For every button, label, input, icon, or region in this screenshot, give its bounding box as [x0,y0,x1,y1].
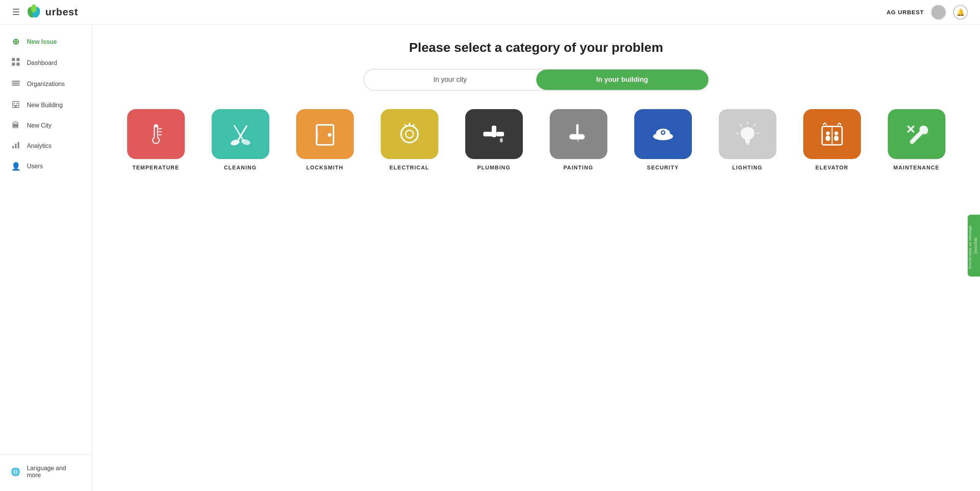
elevator-icon-box [803,109,861,159]
electrical-label: ELECTRICAL [390,164,429,171]
logo-text: urbest [45,6,78,18]
sidebar-item-analytics[interactable]: Analytics [0,135,92,156]
sidebar-item-language[interactable]: 🌐 Language and more [0,459,92,484]
svg-rect-38 [492,126,496,137]
svg-point-57 [826,131,830,135]
svg-rect-4 [17,58,20,61]
header: ☰ urbest AG URBEST 🔔 [0,0,980,25]
dashboard-icon [11,58,21,68]
svg-point-47 [662,131,664,134]
category-electrical[interactable]: ELECTRICAL [375,109,444,171]
svg-rect-16 [12,146,14,148]
category-elevator[interactable]: ELEVATOR [798,109,867,171]
svg-rect-43 [577,136,579,142]
sidebar-item-users[interactable]: 👤 Users [0,156,92,176]
maintenance-label: MAINTENANCE [894,164,940,171]
sidebar-label-new-city: New City [27,122,51,129]
sidebar: ⊕ New Issue Dashboard Organizations New … [0,25,92,491]
avatar [931,5,946,20]
jivochat-message-label: Envoie-nous un message [968,226,972,269]
organizations-icon [11,79,21,89]
sidebar-item-new-issue[interactable]: ⊕ New Issue [0,32,92,52]
sidebar-label-new-issue: New Issue [27,38,57,45]
security-icon-box [634,109,692,159]
svg-point-2 [31,5,36,13]
category-temperature[interactable]: TEMPERATURE [121,109,191,171]
sidebar-item-new-city[interactable]: 🏛 New City [0,116,92,135]
elevator-label: ELEVATOR [816,164,849,171]
category-grid: TEMPERATURE CLEANING [115,109,957,171]
temperature-icon-box [127,109,185,159]
city-icon: 🏛 [11,121,21,130]
page-title: Please select a category of your problem [115,40,957,55]
toggle-building[interactable]: In your building [536,70,708,90]
category-painting[interactable]: PAINTING [544,109,613,171]
jivochat-tab[interactable]: jivochat Envoie-nous un message › [968,215,980,277]
svg-rect-42 [569,134,585,139]
cleaning-icon-box [212,109,269,159]
hamburger-icon[interactable]: ☰ [12,7,20,17]
bell-icon[interactable]: 🔔 [953,5,968,20]
svg-rect-6 [17,63,20,66]
sidebar-label-language: Language and more [27,465,81,479]
category-lighting[interactable]: LIGHTING [713,109,782,171]
svg-rect-13 [14,105,15,106]
category-maintenance[interactable]: MAINTENANCE [882,109,951,171]
category-security[interactable]: SECURITY [628,109,698,171]
sidebar-item-new-building[interactable]: New Building [0,95,92,116]
svg-point-31 [328,133,332,137]
main-content: Please select a category of your problem… [92,25,980,491]
svg-point-32 [401,126,418,143]
painting-icon-box [550,109,607,159]
temperature-label: TEMPERATURE [132,164,179,171]
new-issue-icon: ⊕ [11,37,21,47]
layout: ⊕ New Issue Dashboard Organizations New … [0,25,980,491]
svg-rect-8 [12,83,20,84]
svg-rect-5 [12,63,15,66]
svg-line-52 [754,124,755,126]
svg-rect-48 [745,142,750,143]
electrical-icon-box [381,109,438,159]
painting-label: PAINTING [564,164,594,171]
svg-rect-9 [12,85,20,86]
svg-rect-12 [17,103,18,104]
sidebar-item-organizations[interactable]: Organizations [0,73,92,95]
category-plumbing[interactable]: PLUMBING [459,109,529,171]
sidebar-label-new-building: New Building [27,102,63,109]
logo-icon [25,5,42,20]
location-toggle: In your city In your building [363,69,709,91]
category-cleaning[interactable]: CLEANING [206,109,275,171]
sidebar-label-analytics: Analytics [27,143,51,149]
svg-rect-3 [12,58,15,61]
locksmith-icon-box [296,109,354,159]
sidebar-item-dashboard[interactable]: Dashboard [0,52,92,73]
maintenance-icon-box [888,109,945,159]
users-icon: 👤 [11,162,21,171]
locksmith-label: LOCKSMITH [306,164,343,171]
sidebar-label-dashboard: Dashboard [27,60,57,66]
toggle-city[interactable]: In your city [364,70,536,90]
svg-line-51 [740,124,741,126]
svg-point-59 [834,131,838,135]
plumbing-label: PLUMBING [477,164,511,171]
svg-rect-14 [17,105,18,106]
lighting-label: LIGHTING [732,164,763,171]
lighting-icon-box [719,109,776,159]
svg-point-33 [406,130,413,138]
cleaning-label: CLEANING [224,164,257,171]
svg-rect-7 [12,81,20,82]
svg-rect-18 [18,142,19,148]
svg-rect-15 [15,105,17,108]
analytics-icon [11,141,21,151]
svg-rect-39 [496,132,504,136]
header-right: AG URBEST 🔔 [887,5,968,20]
svg-rect-17 [15,144,17,148]
svg-point-22 [153,138,159,143]
sidebar-label-organizations: Organizations [27,81,65,88]
language-icon: 🌐 [11,467,21,476]
svg-rect-60 [834,136,839,141]
svg-rect-41 [576,124,579,136]
plumbing-icon-box [465,109,523,159]
security-label: SECURITY [647,164,679,171]
category-locksmith[interactable]: LOCKSMITH [290,109,360,171]
